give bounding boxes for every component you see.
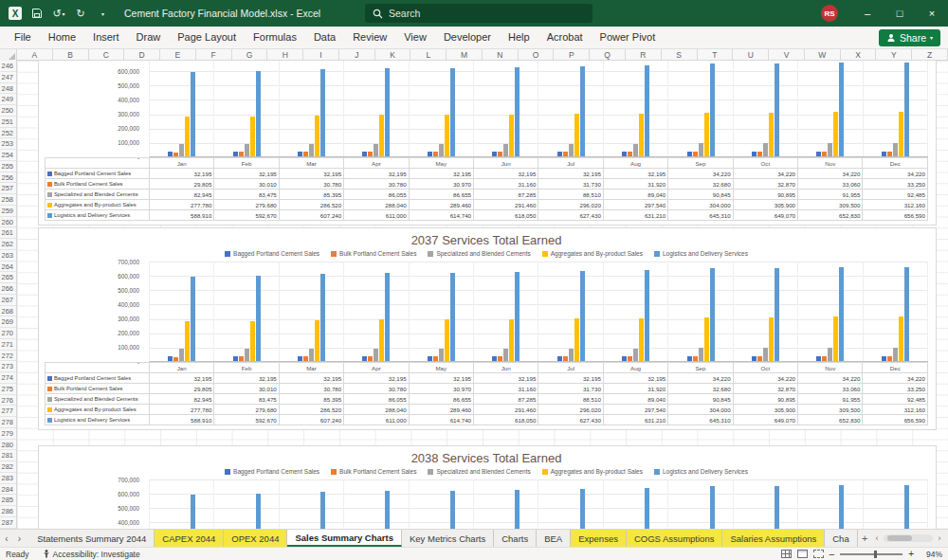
sheet-tab-bea[interactable]: BEA: [537, 530, 571, 547]
minimize-button[interactable]: –: [851, 0, 884, 27]
column-header-l[interactable]: L: [410, 49, 447, 60]
scroll-right-icon[interactable]: ›: [935, 533, 944, 543]
sheet-tab-capex-2044[interactable]: CAPEX 2044: [155, 530, 224, 547]
row-header-251[interactable]: 251: [0, 117, 16, 128]
customize-toolbar-icon[interactable]: ▾: [95, 5, 110, 22]
row-header-278[interactable]: 278: [0, 417, 16, 428]
sheet-tab-sales-summary-charts[interactable]: Sales Summary Charts: [287, 530, 402, 547]
select-all-corner[interactable]: [0, 49, 17, 61]
column-header-y[interactable]: Y: [876, 49, 912, 60]
row-header-258[interactable]: 258: [0, 194, 16, 206]
row-header-260[interactable]: 260: [0, 217, 16, 228]
row-header-264[interactable]: 264: [0, 262, 16, 273]
avatar[interactable]: RS: [821, 5, 838, 22]
share-button[interactable]: Share ▾: [879, 29, 940, 46]
row-header-285[interactable]: 285: [0, 495, 16, 506]
column-header-v[interactable]: V: [769, 49, 805, 60]
zoom-slider[interactable]: [840, 553, 902, 555]
column-header-a[interactable]: A: [17, 49, 53, 60]
row-header-255[interactable]: 255: [0, 161, 16, 172]
row-header-269[interactable]: 269: [0, 316, 16, 328]
row-header-274[interactable]: 274: [0, 372, 16, 384]
restore-button[interactable]: □: [884, 0, 916, 27]
ribbon-tab-insert[interactable]: Insert: [84, 27, 128, 48]
ribbon-tab-data[interactable]: Data: [305, 27, 344, 48]
ribbon-tab-power-pivot[interactable]: Power Pivot: [592, 27, 665, 48]
row-header-256[interactable]: 256: [0, 172, 16, 184]
zoom-level[interactable]: 94%: [920, 550, 942, 559]
sheet-tab-expenses[interactable]: Expenses: [571, 530, 627, 547]
sheet-tab-cha[interactable]: Cha: [825, 530, 857, 547]
row-header-259[interactable]: 259: [0, 206, 16, 217]
ribbon-tab-help[interactable]: Help: [500, 27, 538, 48]
zoom-out-button[interactable]: –: [830, 549, 835, 559]
row-header-284[interactable]: 284: [0, 484, 16, 496]
column-header-f[interactable]: F: [196, 49, 232, 60]
row-header-261[interactable]: 261: [0, 227, 16, 239]
sheet-tab-salaries-assumptions[interactable]: Salaries Assumptions: [722, 530, 825, 547]
horizontal-scrollbar[interactable]: ‹ ›: [872, 530, 948, 547]
column-header-g[interactable]: G: [232, 49, 268, 60]
row-header-262[interactable]: 262: [0, 239, 16, 250]
row-header-279[interactable]: 279: [0, 428, 16, 440]
row-header-275[interactable]: 275: [0, 384, 16, 395]
ribbon-tab-view[interactable]: View: [395, 27, 435, 48]
row-header-246[interactable]: 246: [0, 61, 16, 72]
row-header-253[interactable]: 253: [0, 138, 16, 150]
embedded-chart-3[interactable]: 2038 Services Total EarnedBagged Portlan…: [38, 445, 937, 529]
column-header-q[interactable]: Q: [590, 49, 626, 60]
page-break-view-icon[interactable]: [813, 550, 824, 558]
row-header-250[interactable]: 250: [0, 105, 16, 117]
ribbon-tab-acrobat[interactable]: Acrobat: [538, 27, 592, 48]
page-layout-view-icon[interactable]: [797, 550, 808, 558]
column-header-o[interactable]: O: [519, 49, 555, 60]
row-header-287[interactable]: 287: [0, 517, 16, 529]
row-header-248[interactable]: 248: [0, 83, 16, 95]
row-header-254[interactable]: 254: [0, 150, 16, 161]
normal-view-icon[interactable]: [781, 550, 792, 558]
row-header-282[interactable]: 282: [0, 461, 16, 473]
row-header-277[interactable]: 277: [0, 406, 16, 417]
sheet-tab-charts[interactable]: Charts: [494, 530, 537, 547]
column-header-w[interactable]: W: [805, 49, 841, 60]
column-header-k[interactable]: K: [375, 49, 411, 60]
row-header-263[interactable]: 263: [0, 250, 16, 262]
scrollbar-thumb[interactable]: [887, 535, 912, 541]
embedded-chart-2[interactable]: 2037 Services Total EarnedBagged Portlan…: [38, 227, 937, 430]
row-header-267[interactable]: 267: [0, 295, 16, 306]
row-header-280[interactable]: 280: [0, 440, 16, 451]
row-header-257[interactable]: 257: [0, 183, 16, 194]
add-sheet-button[interactable]: +: [858, 530, 872, 547]
row-header-273[interactable]: 273: [0, 361, 16, 372]
column-header-r[interactable]: R: [626, 49, 662, 60]
column-header-i[interactable]: I: [303, 49, 339, 60]
column-header-h[interactable]: H: [267, 49, 303, 60]
row-header-268[interactable]: 268: [0, 306, 16, 317]
ribbon-tab-review[interactable]: Review: [344, 27, 395, 48]
ribbon-tab-developer[interactable]: Developer: [435, 27, 500, 48]
embedded-chart-1[interactable]: 700,000600,000500,000400,000300,000200,0…: [38, 61, 937, 226]
row-header-276[interactable]: 276: [0, 395, 16, 406]
ribbon-tab-formulas[interactable]: Formulas: [245, 27, 305, 48]
row-header-283[interactable]: 283: [0, 473, 16, 484]
column-header-m[interactable]: M: [447, 49, 483, 60]
row-header-252[interactable]: 252: [0, 128, 16, 139]
column-header-u[interactable]: U: [733, 49, 769, 60]
search-box[interactable]: Search: [365, 4, 592, 23]
zoom-slider-thumb[interactable]: [874, 551, 877, 558]
redo-icon[interactable]: ↻: [73, 5, 88, 22]
accessibility-status[interactable]: Accessibility: Investigate: [43, 550, 140, 559]
sheet-tab-statements-summary-2044[interactable]: Statements Summary 2044: [29, 530, 155, 547]
column-header-x[interactable]: X: [841, 49, 877, 60]
close-button[interactable]: ×: [916, 0, 948, 27]
column-header-c[interactable]: C: [89, 49, 125, 60]
scroll-left-icon[interactable]: ‹: [872, 533, 882, 543]
column-header-n[interactable]: N: [483, 49, 519, 60]
ribbon-tab-file[interactable]: File: [6, 27, 40, 48]
column-header-s[interactable]: S: [662, 49, 698, 60]
column-header-b[interactable]: B: [53, 49, 89, 60]
column-header-e[interactable]: E: [160, 49, 196, 60]
row-header-286[interactable]: 286: [0, 506, 16, 517]
scrollbar-track[interactable]: [884, 534, 933, 542]
row-header-281[interactable]: 281: [0, 450, 16, 461]
